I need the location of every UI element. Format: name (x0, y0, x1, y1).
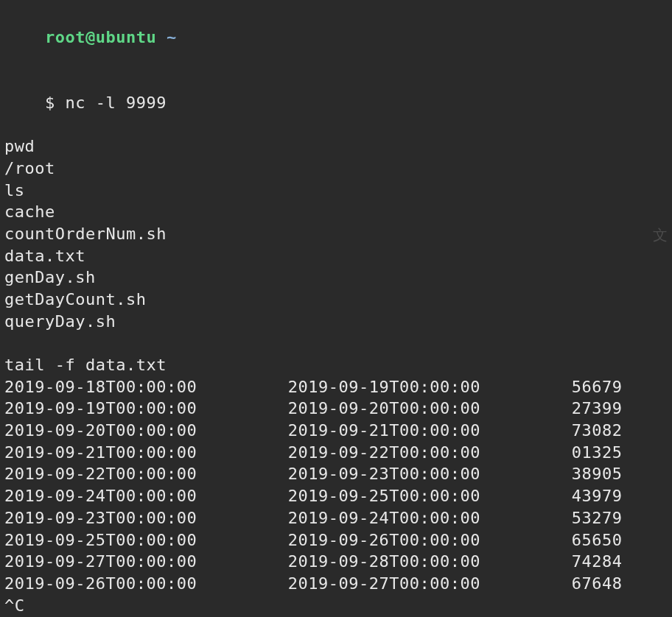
file-entry: countOrderNum.sh (4, 223, 668, 245)
prompt-host: ubuntu (96, 28, 156, 46)
blank-line (4, 332, 668, 354)
command-nc: nc -l 9999 (65, 94, 166, 112)
table-row: 2019-09-23T00:00:00 2019-09-24T00:00:00 … (4, 507, 668, 529)
table-row: 2019-09-21T00:00:00 2019-09-22T00:00:00 … (4, 442, 668, 464)
command-line-1: $ nc -l 9999 (4, 70, 668, 135)
terminal[interactable]: root@ubuntu ~ $ nc -l 9999 pwd /root ls … (4, 4, 668, 617)
table-row: 2019-09-22T00:00:00 2019-09-23T00:00:00 … (4, 463, 668, 485)
remote-cmd-tail: tail -f data.txt (4, 354, 668, 376)
tail-output: 2019-09-18T00:00:00 2019-09-19T00:00:00 … (4, 376, 668, 595)
file-entry: data.txt (4, 245, 668, 267)
table-row: 2019-09-18T00:00:00 2019-09-19T00:00:00 … (4, 376, 668, 398)
ls-output: cachecountOrderNum.shdata.txtgenDay.shge… (4, 201, 668, 332)
table-row: 2019-09-20T00:00:00 2019-09-21T00:00:00 … (4, 420, 668, 442)
remote-cmd-ls: ls (4, 180, 668, 202)
file-entry: getDayCount.sh (4, 289, 668, 311)
interrupt-signal: ^C (4, 595, 668, 617)
table-row: 2019-09-24T00:00:00 2019-09-25T00:00:00 … (4, 485, 668, 507)
prompt-dollar: $ (45, 94, 66, 112)
file-entry: queryDay.sh (4, 311, 668, 333)
file-entry: cache (4, 201, 668, 223)
table-row: 2019-09-26T00:00:00 2019-09-27T00:00:00 … (4, 573, 668, 595)
prompt-line-1: root@ubuntu ~ (4, 4, 668, 70)
table-row: 2019-09-19T00:00:00 2019-09-20T00:00:00 … (4, 398, 668, 420)
table-row: 2019-09-27T00:00:00 2019-09-28T00:00:00 … (4, 551, 668, 573)
output-pwd: /root (4, 158, 668, 180)
prompt-path: ~ (156, 28, 177, 46)
file-entry: genDay.sh (4, 267, 668, 289)
remote-cmd-pwd: pwd (4, 135, 668, 158)
table-row: 2019-09-25T00:00:00 2019-09-26T00:00:00 … (4, 529, 668, 551)
prompt-at: @ (85, 28, 96, 46)
prompt-user: root (45, 28, 85, 46)
